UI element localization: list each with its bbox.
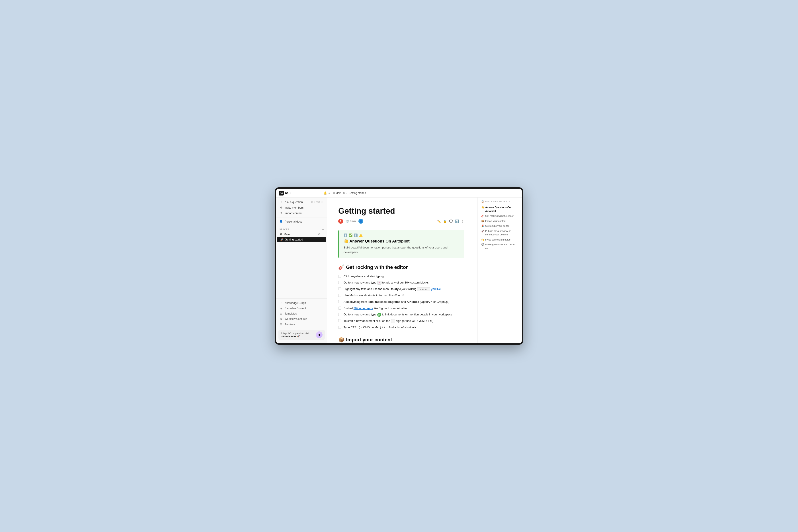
sidebar: ✦ Ask a question ⌘ + shift + F ✤ Invite … [276, 197, 327, 343]
main-layout: ✦ Ask a question ⌘ + shift + F ✤ Invite … [276, 197, 522, 343]
toc-item-5[interactable]: 🙌 Invite some teammates [481, 237, 518, 242]
callout-icon-info: ℹ️ [344, 233, 347, 237]
toc-item-2[interactable]: 📦 Import your content [481, 218, 518, 224]
main-space-settings-icon[interactable]: ⚙ [318, 233, 321, 236]
checklist-item-5: Add anything from lists, tables to diagr… [338, 299, 464, 305]
edit-icon[interactable]: ✏️ [437, 220, 441, 223]
toc-label-1: Get rocking with the editor [485, 214, 514, 218]
add-space-icon[interactable]: + [322, 228, 324, 231]
checkbox-9[interactable] [338, 326, 341, 329]
workspace-chevron-icon[interactable]: ▾ [290, 192, 291, 194]
main-page-icon: ⊞ [332, 191, 335, 195]
checkbox-7[interactable] [338, 313, 341, 316]
checklist-item-1: Click anywhere and start typing [338, 273, 464, 280]
toc-item-0[interactable]: 👋 Answer Questions On Autopilot [481, 205, 518, 213]
toc-title: 📋 TABLE OF CONTENTS [481, 200, 518, 203]
checkbox-6[interactable] [338, 307, 341, 310]
lock-icon[interactable]: 🔒 [443, 220, 447, 223]
reusable-content-item[interactable]: ◈ Reusable Content [276, 306, 327, 311]
toc-item-6[interactable]: 💬 We're great listeners, talk to us [481, 242, 518, 251]
checkbox-5[interactable] [338, 300, 341, 303]
breadcrumb-main-label: Main [336, 191, 341, 195]
checklist-item-8: To start a new document click on the + s… [338, 318, 464, 324]
toc-item-1[interactable]: 🎸 Get rocking with the editor [481, 213, 518, 218]
ask-question-label: Ask a question [285, 201, 303, 204]
page-title: Getting started [338, 206, 464, 216]
templates-icon: ⊟ [279, 312, 283, 315]
checklist-text-6: Embed 30+ other apps like Figma, Loom, A… [344, 306, 407, 311]
personal-docs-action[interactable]: 👤 Personal docs [276, 219, 327, 224]
checklist-item-6: Embed 30+ other apps like Figma, Loom, A… [338, 305, 464, 312]
refresh-icon[interactable]: 🔄 [455, 220, 459, 223]
toc-item-3[interactable]: 🎉 Customize your portal [481, 224, 518, 229]
sidebar-divider-1 [276, 217, 327, 217]
toc-title-text: TABLE OF CONTENTS [485, 200, 511, 203]
comment-icon[interactable]: 💬 [449, 220, 453, 223]
callout-description: Build beautiful documentation portals th… [344, 245, 460, 255]
upgrade-now-button[interactable]: Upgrade now 🚀 [281, 335, 308, 338]
collapse-icon[interactable]: « [328, 191, 330, 195]
breadcrumb-main[interactable]: ⊞ Main [332, 191, 341, 195]
toc-label-0: Answer Questions On Autopilot [485, 206, 518, 213]
workflow-captures-item[interactable]: ◉ Workflow Captures [276, 316, 327, 322]
page-meta: P 🕐 9min 👤 ✏️ 🔒 💬 🔄 ⋮ [338, 219, 464, 224]
toc-emoji-0: 👋 [481, 206, 484, 209]
editor-emoji: 🎸 [338, 264, 344, 270]
toc-item-4[interactable]: 🚀 Publish for a preview or connect your … [481, 229, 518, 237]
toc-label-5: Invite some teammates [485, 238, 511, 242]
callout-icon-warning: ⚠️ [359, 233, 363, 237]
knowledge-graph-item[interactable]: ✦ Knowledge Graph [276, 300, 327, 306]
getting-started-icon: 🚀 [280, 238, 284, 241]
toc-sidebar: 📋 TABLE OF CONTENTS 👋 Answer Questions O… [477, 197, 522, 343]
toc-emoji-6: 💬 [481, 243, 484, 247]
personal-docs-icon: 👤 [279, 220, 283, 223]
import-section-title: Import your content [346, 337, 392, 343]
callout-box: ℹ️ ✅ ℹ️ ⚠️ 👋 Answer Questions On Autopil… [338, 230, 464, 258]
trial-days-text: 8 days left on premium trial [281, 332, 308, 335]
toc-emoji-3: 🎉 [481, 224, 484, 228]
checkbox-3[interactable] [338, 287, 341, 290]
checklist-text-5: Add anything from lists, tables to diagr… [344, 300, 450, 304]
checklist-item-7: Go to a new row and type @ to link docum… [338, 311, 464, 318]
breadcrumb-page-label: Getting started [348, 191, 366, 195]
toc-label-4: Publish for a preview or connect your do… [485, 229, 518, 236]
screen: NA na ▾ 🔔 « ⊞ Main ⚙ / Getting started [276, 189, 522, 343]
checklist-text-2: Go to a new row and type / to add any of… [344, 280, 429, 285]
editor-section-heading: 🎸 Get rocking with the editor [338, 264, 464, 270]
getting-started-label: Getting started [285, 238, 303, 241]
archives-label: Archives [285, 323, 295, 326]
archives-item[interactable]: ⊞ Archives [276, 322, 327, 327]
checklist-text-4: Use Markdown shortcuts to format, like #… [344, 293, 404, 298]
read-time-value: 9min [350, 220, 356, 223]
checkbox-1[interactable] [338, 274, 341, 278]
spaces-label: SPACES [279, 228, 289, 231]
workspace-name: na [285, 191, 288, 195]
more-options-icon[interactable]: ⋮ [461, 220, 464, 223]
notification-icon[interactable]: 🔔 [323, 191, 327, 195]
content-area: Getting started P 🕐 9min 👤 ✏️ 🔒 💬 🔄 [327, 197, 477, 343]
device-frame: NA na ▾ 🔔 « ⊞ Main ⚙ / Getting started [275, 187, 523, 345]
invite-members-action[interactable]: ✤ Invite members [276, 205, 327, 210]
checklist-text-7: Go to a new row and type @ to link docum… [344, 312, 452, 317]
import-content-icon: ⬆ [279, 211, 283, 215]
toc-emoji-1: 🎸 [481, 214, 484, 218]
import-content-action[interactable]: ⬆ Import content [276, 210, 327, 216]
main-space-add-icon[interactable]: + [321, 233, 323, 236]
settings-icon[interactable]: ⚙ [343, 191, 345, 195]
personal-docs-label: Personal docs [285, 220, 302, 223]
templates-item[interactable]: ⊟ Templates [276, 311, 327, 316]
ask-question-action[interactable]: ✦ Ask a question ⌘ + shift + F [276, 199, 327, 205]
workspace-logo: NA [279, 191, 284, 195]
checkbox-4[interactable] [338, 294, 341, 297]
sidebar-item-getting-started[interactable]: 🚀 Getting started [277, 237, 326, 242]
toc-emoji-5: 🙌 [481, 238, 484, 242]
sidebar-item-main[interactable]: ⊞ Main ⚙ + [277, 232, 326, 237]
ask-question-shortcut: ⌘ + shift + F [311, 201, 324, 203]
invite-members-icon: ✤ [279, 206, 283, 209]
checkbox-8[interactable] [338, 319, 341, 322]
main-space-label: Main [284, 233, 290, 236]
checklist-text-9: Type CTRL (or CMD on Mac) + / to find a … [344, 325, 416, 330]
import-emoji: 📦 [338, 337, 344, 343]
checkbox-2[interactable] [338, 281, 341, 284]
callout-icon-check: ✅ [349, 233, 353, 237]
